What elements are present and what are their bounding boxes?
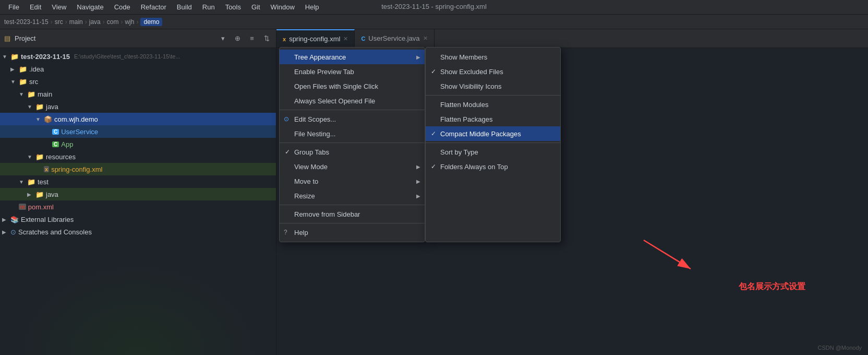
menu-item-show-visibility[interactable]: Show Visibility Icons xyxy=(426,79,560,93)
tree-item-pom[interactable]: m pom.xml xyxy=(0,200,276,213)
chevron-icon: ▼ xyxy=(2,54,8,60)
breadcrumb-item-com[interactable]: com xyxy=(107,18,119,26)
tree-item-resources[interactable]: ▼ 📁 resources xyxy=(0,150,276,163)
menu-tools[interactable]: Tools xyxy=(221,2,245,12)
menu-item-enable-preview[interactable]: Enable Preview Tab xyxy=(280,64,425,79)
tree-item-spring-config[interactable]: x spring-config.xml xyxy=(0,163,276,175)
menu-item-folders-top[interactable]: ✓ Folders Always on Top xyxy=(426,159,560,174)
menu-run[interactable]: Run xyxy=(198,2,219,12)
tree-item-src[interactable]: ▼ 📁 src xyxy=(0,75,276,88)
enable-preview-label: Enable Preview Tab xyxy=(294,68,354,76)
tree-label-app: App xyxy=(61,140,73,148)
menu-edit[interactable]: Edit xyxy=(26,2,45,12)
menu-view[interactable]: View xyxy=(47,2,70,12)
menu-code[interactable]: Code xyxy=(110,2,135,12)
menu-item-flatten-modules[interactable]: Flatten Modules xyxy=(426,97,560,112)
folder-icon: 📁 xyxy=(27,178,35,186)
tab-userservice-label: UserService.java xyxy=(368,34,419,42)
folder-icon: 📁 xyxy=(35,191,44,198)
separator-1 xyxy=(280,110,425,110)
tab-userservice-close[interactable]: ✕ xyxy=(423,35,428,42)
annotation-text: 包名展示方式设置 xyxy=(739,281,805,292)
move-to-label: Move to xyxy=(294,178,318,185)
tree-appearance-label: Tree Appearance xyxy=(294,53,346,61)
tree-item-idea[interactable]: ▶ 📁 .idea xyxy=(0,63,276,75)
sidebar-settings-icon[interactable]: ⇅ xyxy=(261,33,272,44)
breadcrumb-item-main[interactable]: main xyxy=(69,18,83,26)
tree-item-app[interactable]: C App xyxy=(0,138,276,150)
pom-icon: m xyxy=(19,204,26,210)
menu-item-show-members[interactable]: Show Members xyxy=(426,50,560,64)
menu-build[interactable]: Build xyxy=(173,2,196,12)
menu-item-move-to[interactable]: Move to xyxy=(280,174,425,188)
group-tabs-label: Group Tabs xyxy=(294,148,329,156)
menu-item-tree-appearance[interactable]: Tree Appearance xyxy=(280,50,425,64)
tab-userservice[interactable]: C UserService.java ✕ xyxy=(355,29,434,48)
context-menus-container: Tree Appearance Enable Preview Tab Open … xyxy=(279,47,561,242)
breadcrumb-item-root[interactable]: test-2023-11-15 xyxy=(4,18,49,26)
menu-item-show-excluded[interactable]: ✓ Show Excluded Files xyxy=(426,64,560,79)
lib-icon: 📚 xyxy=(10,216,19,223)
menu-refactor[interactable]: Refactor xyxy=(137,2,171,12)
tree-item-scratches[interactable]: ▶ ⊙ Scratches and Consoles xyxy=(0,226,276,238)
sidebar-dropdown-icon[interactable]: ▾ xyxy=(218,33,228,44)
menu-window[interactable]: Window xyxy=(267,2,299,12)
tab-spring-config-close[interactable]: ✕ xyxy=(343,36,348,42)
chevron-icon: ▶ xyxy=(27,192,33,197)
chevron-icon: ▼ xyxy=(10,79,17,85)
tree-item-java[interactable]: ▼ 📁 java xyxy=(0,100,276,113)
tree-item-userservice[interactable]: C UserService xyxy=(0,125,276,138)
tree-item-package[interactable]: ▼ 📦 com.wjh.demo xyxy=(0,113,276,125)
menu-item-compact-middle[interactable]: ✓ Compact Middle Packages xyxy=(426,126,560,141)
menu-item-view-mode[interactable]: View Mode xyxy=(280,159,425,174)
menu-git[interactable]: Git xyxy=(247,2,264,12)
menu-item-flatten-packages[interactable]: Flatten Packages xyxy=(426,112,560,126)
tree-item-test-java[interactable]: ▶ 📁 java xyxy=(0,188,276,200)
menu-item-open-single-click[interactable]: Open Files with Single Click xyxy=(280,79,425,93)
folder-icon: 📁 xyxy=(35,153,44,161)
submenu-separator-2 xyxy=(426,143,560,143)
tree-area: ▼ 📁 test-2023-11-15 E:\study\Gitee\test_… xyxy=(0,48,276,240)
tree-item-test[interactable]: ▼ 📁 test xyxy=(0,175,276,188)
question-icon: ? xyxy=(284,229,287,236)
tree-item-ext-libs[interactable]: ▶ 📚 External Libraries xyxy=(0,213,276,226)
menu-help[interactable]: Help xyxy=(301,2,323,12)
menu-item-group-tabs[interactable]: ✓ Group Tabs xyxy=(280,145,425,159)
chevron-icon: ▼ xyxy=(27,104,33,110)
open-single-click-label: Open Files with Single Click xyxy=(294,82,378,90)
tab-spring-config[interactable]: x spring-config.xml ✕ xyxy=(276,29,355,48)
menu-item-always-select[interactable]: Always Select Opened File xyxy=(280,93,425,108)
chevron-icon: ▼ xyxy=(27,154,33,160)
breadcrumb-item-java[interactable]: java xyxy=(89,18,101,26)
menu-item-help[interactable]: ? Help xyxy=(280,225,425,240)
show-excluded-label: Show Excluded Files xyxy=(440,68,503,76)
breadcrumb-item-src[interactable]: src xyxy=(55,18,63,26)
menu-item-file-nesting[interactable]: File Nesting... xyxy=(280,126,425,141)
view-mode-label: View Mode xyxy=(294,163,328,171)
sidebar-title: Project xyxy=(15,34,213,42)
tree-item-root[interactable]: ▼ 📁 test-2023-11-15 E:\study\Gitee\test_… xyxy=(0,50,276,63)
breadcrumb-item-demo[interactable]: demo xyxy=(140,18,162,26)
menu-file[interactable]: File xyxy=(4,2,23,12)
folder-icon: 📁 xyxy=(35,103,44,111)
menu-navigate[interactable]: Navigate xyxy=(73,2,107,12)
help-label: Help xyxy=(294,229,308,236)
sidebar-header: ▤ Project ▾ ⊕ ≡ ⇅ xyxy=(0,29,276,48)
tree-item-main[interactable]: ▼ 📁 main xyxy=(0,88,276,100)
tree-label-src: src xyxy=(29,78,38,86)
chevron-icon: ▶ xyxy=(10,66,17,72)
breadcrumb-item-wjh[interactable]: wjh xyxy=(125,18,134,26)
tree-label-userservice: UserService xyxy=(61,128,98,136)
menu-item-edit-scopes[interactable]: ⊙ Edit Scopes... xyxy=(280,112,425,126)
tab-java-icon: C xyxy=(361,36,365,42)
sidebar-folder-icon: ▤ xyxy=(4,34,10,42)
menu-item-sort-by-type[interactable]: Sort by Type xyxy=(426,145,560,159)
menu-item-resize[interactable]: Resize xyxy=(280,188,425,203)
tree-label-test: test xyxy=(38,178,49,186)
sidebar-collapse-icon[interactable]: ≡ xyxy=(247,33,257,44)
tree-label-ext-libs: External Libraries xyxy=(21,216,74,223)
tree-label-test-java: java xyxy=(46,191,58,198)
menu-item-remove-sidebar[interactable]: Remove from Sidebar xyxy=(280,207,425,221)
tree-label-resources: resources xyxy=(46,153,76,161)
sidebar-gear-icon[interactable]: ⊕ xyxy=(232,33,243,44)
